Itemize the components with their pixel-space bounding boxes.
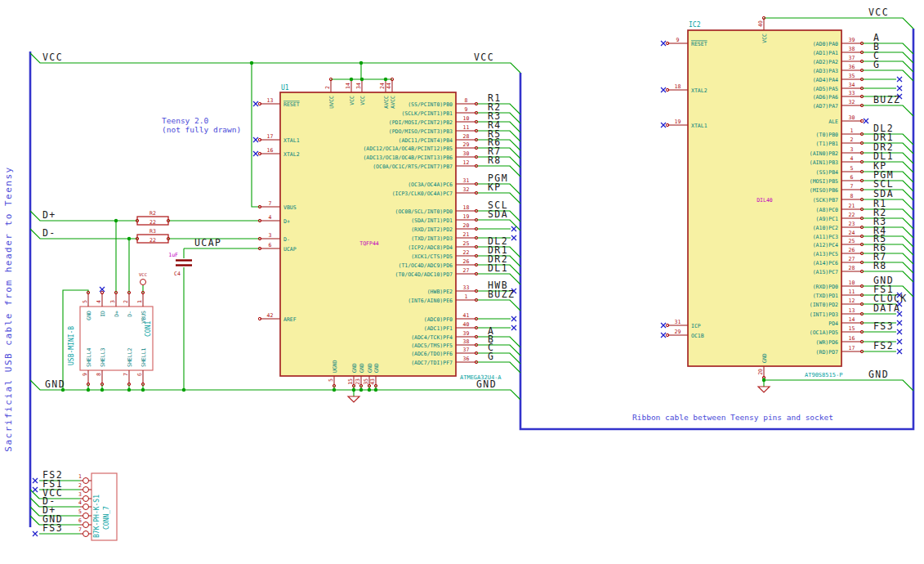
net-label[interactable]: UCAP [194,237,221,248]
con1-value[interactable]: USB-MINI-B [68,326,75,365]
net-label[interactable]: GND [868,369,889,380]
ic2-vcc-wire[interactable] [764,18,913,29]
no-connect-icon [253,151,258,156]
pin-number: 33 [849,90,855,96]
net-label[interactable]: BUZZ [488,289,515,300]
wire[interactable] [476,362,520,373]
no-connect-icon [897,339,902,344]
usb-cable-note[interactable]: Sacrificial USB cable from header to Tee… [3,166,14,451]
wire[interactable] [476,300,520,311]
pin-number: 6 [78,517,82,524]
pin-number: 1 [78,473,82,480]
pin-name: (ADC12/OC1A/OC4B/PCINT12)PB5 [363,145,453,152]
wire[interactable] [862,236,913,247]
net-label[interactable]: G [873,59,880,70]
pin-name: (HWB)PE2 [427,289,453,295]
net-label[interactable]: D+ [42,209,56,221]
pin-name: (AD7)PA7 [813,103,838,110]
net-label[interactable]: DATA [873,302,900,314]
symbol-layer [80,18,862,540]
wire[interactable] [30,516,39,525]
net-label[interactable]: VCC [474,51,494,63]
pin-name: (ADC4/TCK)PF4 [411,334,453,341]
vcc-rail[interactable] [30,53,520,73]
pin-end-circle [83,504,89,510]
vbus-wire[interactable] [252,63,260,207]
pin-number: 42 [267,312,274,319]
pin-number: 28 [463,133,470,140]
resistor-value[interactable]: 22 [150,237,156,244]
capacitor-reference[interactable]: C4 [174,271,181,277]
pin-name: (ADC7/TDI)PF7 [411,360,453,366]
net-label[interactable]: R8 [873,260,887,271]
net-label[interactable]: FS2 [873,340,894,351]
u1-reference[interactable]: U1 [281,84,289,92]
wire[interactable] [30,490,39,499]
pin-name: (ADC0)PF0 [424,316,453,323]
ic2-value[interactable]: AT90S8515-P [805,372,842,378]
net-label[interactable]: FS3 [873,320,894,332]
wire[interactable] [476,337,520,347]
resistor-value[interactable]: 22 [150,219,156,226]
net-label[interactable]: GND [45,378,65,390]
wire[interactable] [862,199,913,210]
junction-dot [374,388,377,392]
pin-name: (MISO)PB6 [810,187,838,194]
pin-name: (ICP3/CLK0/OC4A)PC7 [392,190,453,197]
ribbon-note[interactable]: Ribbon cable between Teensy pins and soc… [632,413,833,422]
pin-name: (T0/OC4D/ADC10)PD7 [395,271,453,278]
wire[interactable] [30,507,39,516]
pin-number: 7 [78,526,82,533]
junction-dot [127,237,131,240]
junction-dot [127,388,131,392]
net-label[interactable]: BUZZ [873,94,900,105]
teensy-note[interactable]: (not fully drawn) [162,125,241,134]
pin-name: SHELL3 [100,347,106,367]
ic2-reference[interactable]: IC2 [689,21,701,29]
net-label[interactable]: KP [488,181,502,193]
pin-number: 12 [463,159,470,166]
pin-number: 2 [324,86,331,89]
pin-number: 23 [849,221,855,227]
net-label[interactable]: VCC [868,7,889,18]
no-connect-icon [864,119,868,123]
pin-name: (AD6)PA6 [813,94,838,101]
pin-name: (T1/OC4D/ADC9)PD6 [398,262,453,269]
pin-name: (AD5)PA5 [813,86,838,92]
net-label[interactable]: VCC [42,51,63,63]
pin-name: RESET [283,101,300,108]
teensy-note[interactable]: Teensy 2.0 [162,116,208,125]
no-connect-icon [897,320,902,325]
net-label[interactable]: GND [476,378,497,390]
ic2-gnd-wire[interactable] [764,380,913,391]
net-label[interactable]: SDA [488,208,508,220]
pin-name: (SDA/INT1)PD1 [411,217,453,224]
pin-number: 5 [82,300,88,303]
resistor-reference[interactable]: R2 [150,210,156,217]
pin-number: 11 [849,289,855,295]
ground-symbol [348,396,359,402]
pin-number: 36 [463,356,470,362]
conn7-reference[interactable]: CONN_7 [103,506,110,530]
pin-name: (SS)PB4 [816,169,838,176]
net-label[interactable]: D- [42,227,56,239]
capacitor-value[interactable]: 1uF [168,252,178,258]
junction-dot [114,219,118,222]
pin-number: 31 [463,177,470,184]
net-label[interactable]: G [488,351,494,362]
pin-name: VCC [349,96,355,105]
wire[interactable] [862,105,913,116]
wire[interactable] [30,498,39,507]
net-label[interactable]: DL1 [488,262,508,274]
schematic-canvas[interactable]: U1ATMEGA32U4-ATQFP4413RESET17XTAL116XTAL… [0,0,924,564]
pin-number: 32 [463,186,470,193]
pin-name: (SCLK/PCINT1)PB1 [401,110,453,117]
conn7-value[interactable]: B7K-PH-K-S1 [93,495,100,538]
net-label[interactable]: R8 [488,154,502,166]
pin-name: XTAL1 [283,137,300,144]
net-label[interactable]: FS3 [42,522,63,534]
wire[interactable] [476,345,520,356]
resistor-reference[interactable]: R3 [150,228,156,235]
pin-number: 4 [269,214,272,221]
pin-number: 44 [386,83,392,89]
